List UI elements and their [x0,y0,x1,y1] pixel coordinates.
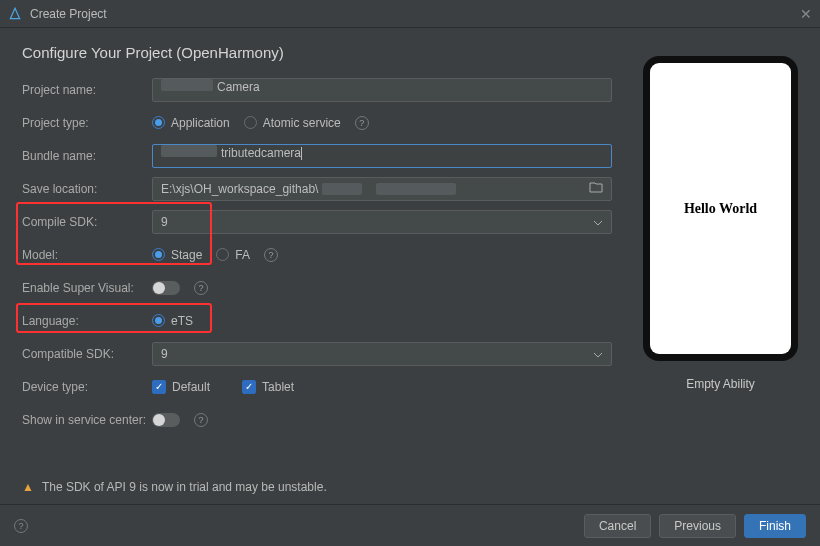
preview-caption: Empty Ability [643,377,798,391]
footer: ? Cancel Previous Finish [0,504,820,546]
bundle-name-input[interactable]: tributedcamera [152,144,612,168]
radio-stage[interactable]: Stage [152,248,202,262]
masked-text [322,183,362,195]
show-in-service-toggle[interactable] [152,413,180,427]
titlebar: Create Project ✕ [0,0,820,28]
help-icon[interactable]: ? [14,519,28,533]
radio-fa[interactable]: FA [216,248,250,262]
app-logo-icon [8,7,22,21]
compile-sdk-label: Compile SDK: [22,215,152,229]
radio-ets[interactable]: eTS [152,314,193,328]
help-icon[interactable]: ? [194,413,208,427]
warning-icon: ▲ [22,480,34,494]
help-icon[interactable]: ? [264,248,278,262]
checkbox-tablet[interactable] [242,380,256,394]
compatible-sdk-dropdown[interactable]: 9 [152,342,612,366]
save-location-input[interactable]: E:\xjs\OH_workspace_githab\ [152,177,612,201]
chevron-down-icon [593,215,603,229]
previous-button[interactable]: Previous [659,514,736,538]
compatible-sdk-label: Compatible SDK: [22,347,152,361]
help-icon[interactable]: ? [355,116,369,130]
checkbox-default[interactable] [152,380,166,394]
preview-pane: Hello World Empty Ability [643,56,798,391]
project-name-label: Project name: [22,83,152,97]
model-label: Model: [22,248,152,262]
compile-sdk-dropdown[interactable]: 9 [152,210,612,234]
bundle-name-label: Bundle name: [22,149,152,163]
enable-super-visual-label: Enable Super Visual: [22,281,152,295]
phone-screen: Hello World [650,63,791,354]
chevron-down-icon [593,347,603,361]
language-label: Language: [22,314,152,328]
enable-super-visual-toggle[interactable] [152,281,180,295]
preview-text: Hello World [684,201,757,217]
masked-text [161,145,217,157]
project-type-label: Project type: [22,116,152,130]
show-in-service-label: Show in service center: [22,413,152,427]
browse-folder-icon[interactable] [589,181,603,196]
finish-button[interactable]: Finish [744,514,806,538]
radio-application[interactable]: Application [152,116,230,130]
masked-text [161,79,213,91]
cancel-button[interactable]: Cancel [584,514,651,538]
warning-message: ▲ The SDK of API 9 is now in trial and m… [22,480,327,494]
window-title: Create Project [30,7,107,21]
device-type-label: Device type: [22,380,152,394]
masked-text [376,183,456,195]
save-location-label: Save location: [22,182,152,196]
radio-atomic-service[interactable]: Atomic service [244,116,341,130]
close-icon[interactable]: ✕ [800,6,812,22]
phone-frame: Hello World [643,56,798,361]
project-name-input[interactable]: Camera [152,78,612,102]
help-icon[interactable]: ? [194,281,208,295]
